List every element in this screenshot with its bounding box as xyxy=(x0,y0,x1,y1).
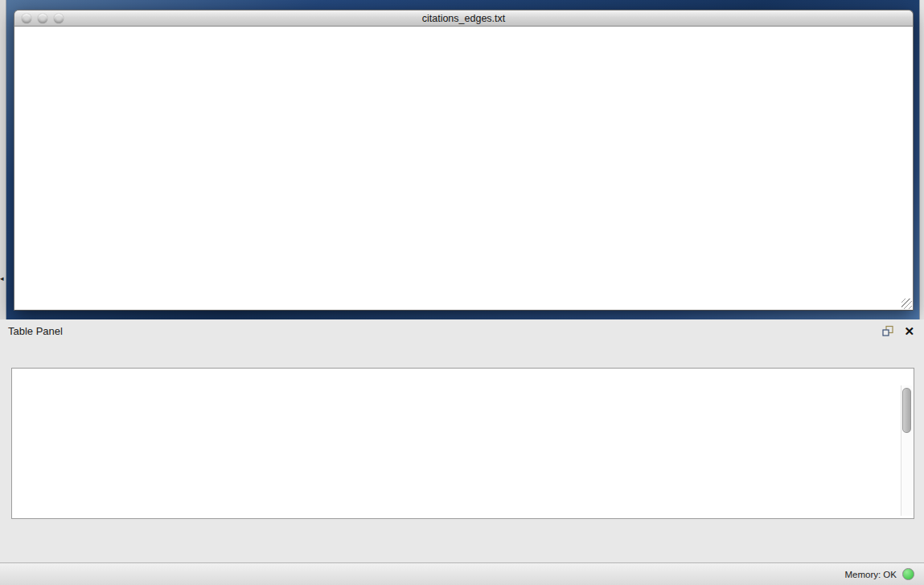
window-title: citations_edges.txt xyxy=(422,13,506,24)
minimize-window-icon[interactable] xyxy=(38,14,47,23)
left-dock-strip[interactable]: ◂ xyxy=(0,0,6,319)
window-resize-grip[interactable] xyxy=(901,299,912,309)
network-graph[interactable] xyxy=(14,27,913,310)
network-view-window: citations_edges.txt xyxy=(14,10,914,310)
attribute-table xyxy=(11,368,914,519)
right-dock-strip[interactable] xyxy=(919,0,924,319)
memory-status-icon[interactable] xyxy=(902,568,914,580)
memory-status-label: Memory: OK xyxy=(844,570,897,579)
network-desktop: ◂ citations_edges.txt xyxy=(0,0,924,319)
table-scrollbar[interactable] xyxy=(901,385,912,516)
zoom-window-icon[interactable] xyxy=(54,14,64,23)
status-bar: Memory: OK xyxy=(0,562,924,585)
table-panel-title: Table Panel xyxy=(8,325,63,337)
network-canvas[interactable] xyxy=(14,27,914,311)
window-controls xyxy=(22,14,64,23)
table-toolbar xyxy=(0,342,924,363)
table-panel-header: Table Panel ✕ xyxy=(0,319,924,342)
collapse-left-icon[interactable]: ◂ xyxy=(0,275,4,282)
close-panel-icon[interactable]: ✕ xyxy=(904,325,914,337)
app-screen: ◂ citations_edges.txt Table Panel xyxy=(0,0,924,585)
scrollbar-thumb[interactable] xyxy=(902,388,911,433)
float-panel-icon[interactable] xyxy=(881,324,894,337)
window-titlebar[interactable]: citations_edges.txt xyxy=(14,10,914,27)
close-window-icon[interactable] xyxy=(22,14,31,23)
table-panel: Table Panel ✕ Memory: OK xyxy=(0,319,924,585)
